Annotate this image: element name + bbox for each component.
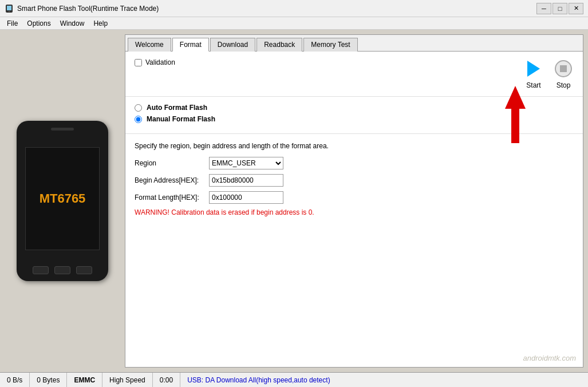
begin-address-input[interactable] bbox=[209, 174, 283, 187]
phone-speaker bbox=[51, 128, 74, 131]
arrow-head-icon bbox=[505, 86, 526, 109]
format-description: Specify the region, begin address and le… bbox=[135, 142, 574, 150]
validation-checkbox[interactable] bbox=[135, 59, 142, 66]
minimize-button[interactable]: ─ bbox=[536, 3, 551, 14]
close-button[interactable]: ✕ bbox=[569, 3, 583, 14]
validation-row: Validation bbox=[135, 58, 175, 66]
tab-container: Welcome Format Download Readback Memory … bbox=[125, 34, 583, 368]
tab-content-format: Validation Start bbox=[125, 52, 583, 367]
region-field-row: Region EMMC_USER EMMC_BOOT_1 EMMC_BOOT_2… bbox=[135, 157, 574, 169]
manual-format-label: Manual Format Flash bbox=[147, 115, 215, 123]
svg-rect-1 bbox=[7, 6, 11, 10]
status-bytes: 0 Bytes bbox=[30, 373, 67, 387]
begin-address-field-row: Begin Address[HEX]: bbox=[135, 174, 574, 187]
stop-icon bbox=[553, 58, 574, 79]
tab-download[interactable]: Download bbox=[210, 38, 255, 52]
phone-btn-3 bbox=[76, 266, 92, 274]
stop-square-icon bbox=[560, 65, 567, 72]
begin-address-label: Begin Address[HEX]: bbox=[135, 176, 209, 184]
stop-button[interactable]: Stop bbox=[553, 58, 574, 89]
app-icon bbox=[5, 4, 14, 13]
arrow-indicator bbox=[505, 86, 526, 143]
main-area: MT6765 Welcome Format Download Readback … bbox=[0, 30, 588, 372]
format-details: Specify the region, begin address and le… bbox=[125, 134, 583, 367]
format-length-input[interactable] bbox=[209, 191, 283, 204]
right-panel: Welcome Format Download Readback Memory … bbox=[125, 30, 588, 372]
start-label: Start bbox=[526, 81, 540, 89]
tab-format[interactable]: Format bbox=[172, 38, 209, 52]
format-length-field-row: Format Length[HEX]: bbox=[135, 191, 574, 204]
menu-file[interactable]: File bbox=[2, 18, 22, 29]
window-title: Smart Phone Flash Tool(Runtime Trace Mod… bbox=[17, 5, 536, 13]
phone-btn-1 bbox=[33, 266, 49, 274]
region-select[interactable]: EMMC_USER EMMC_BOOT_1 EMMC_BOOT_2 EMMC_R… bbox=[209, 157, 283, 169]
menu-options[interactable]: Options bbox=[22, 18, 55, 29]
phone-buttons bbox=[33, 266, 92, 274]
window-controls: ─ □ ✕ bbox=[536, 3, 583, 14]
action-buttons: Start Stop bbox=[523, 58, 574, 89]
tab-bar: Welcome Format Download Readback Memory … bbox=[125, 35, 583, 52]
format-length-label: Format Length[HEX]: bbox=[135, 194, 209, 202]
stop-label: Stop bbox=[557, 81, 571, 89]
menu-bar: File Options Window Help bbox=[0, 17, 588, 30]
start-button[interactable]: Start bbox=[523, 58, 544, 89]
phone-panel: MT6765 bbox=[0, 30, 125, 372]
svg-point-2 bbox=[9, 11, 10, 12]
validation-label: Validation bbox=[145, 58, 175, 66]
auto-format-radio[interactable] bbox=[135, 104, 142, 112]
stop-circle-icon bbox=[555, 60, 572, 77]
manual-format-radio[interactable] bbox=[135, 116, 142, 123]
phone-btn-2 bbox=[54, 266, 70, 274]
menu-help[interactable]: Help bbox=[89, 18, 112, 29]
phone-device: MT6765 bbox=[17, 121, 108, 281]
warning-text: WARNING! Calibration data is erased if b… bbox=[135, 208, 574, 216]
status-speed: 0 B/s bbox=[0, 373, 30, 387]
maximize-button[interactable]: □ bbox=[553, 3, 567, 14]
tab-welcome[interactable]: Welcome bbox=[128, 38, 171, 52]
watermark: androidmtk.com bbox=[523, 354, 576, 362]
start-icon bbox=[523, 58, 544, 79]
menu-window[interactable]: Window bbox=[56, 18, 89, 29]
status-bar: 0 B/s 0 Bytes EMMC High Speed 0:00 USB: … bbox=[0, 372, 588, 387]
tab-readback[interactable]: Readback bbox=[256, 38, 302, 52]
status-time: 0:00 bbox=[153, 373, 180, 387]
phone-screen: MT6765 bbox=[25, 147, 100, 250]
title-bar: Smart Phone Flash Tool(Runtime Trace Mod… bbox=[0, 0, 588, 17]
phone-model: MT6765 bbox=[40, 191, 86, 206]
status-connection: High Speed bbox=[102, 373, 153, 387]
status-usb-info: USB: DA Download All(high speed,auto det… bbox=[180, 373, 588, 387]
play-triangle-icon bbox=[527, 61, 540, 77]
status-type: EMMC bbox=[67, 373, 102, 387]
tab-memory-test[interactable]: Memory Test bbox=[303, 38, 357, 52]
region-label: Region bbox=[135, 159, 209, 167]
arrow-stem-icon bbox=[511, 109, 519, 143]
auto-format-label: Auto Format Flash bbox=[147, 104, 207, 112]
